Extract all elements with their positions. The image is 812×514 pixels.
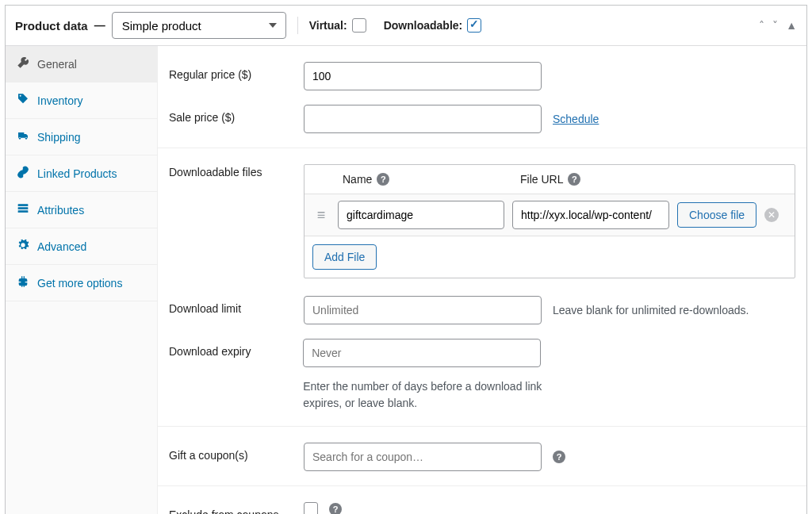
col-url-header: File URL ? bbox=[520, 173, 785, 186]
tab-get-more-options[interactable]: Get more options bbox=[6, 265, 157, 301]
exclude-coupons-row: Exclude from coupons ? bbox=[169, 502, 795, 514]
product-type-select[interactable]: Simple product bbox=[112, 12, 286, 39]
download-expiry-input[interactable] bbox=[303, 339, 541, 367]
schedule-link[interactable]: Schedule bbox=[553, 113, 599, 125]
svg-rect-0 bbox=[18, 205, 28, 206]
section-divider bbox=[158, 148, 806, 148]
file-url-input[interactable] bbox=[512, 201, 669, 229]
tab-label: General bbox=[37, 58, 77, 71]
download-limit-input[interactable] bbox=[304, 296, 542, 324]
download-expiry-label: Download expiry bbox=[169, 339, 303, 358]
delete-file-icon[interactable]: ✕ bbox=[764, 208, 779, 222]
tab-label: Attributes bbox=[37, 204, 84, 217]
gear-icon bbox=[17, 239, 29, 254]
tab-label: Get more options bbox=[37, 277, 122, 290]
move-up-icon[interactable]: ˄ bbox=[759, 19, 764, 32]
tab-label: Linked Products bbox=[37, 167, 117, 180]
tab-label: Shipping bbox=[37, 131, 81, 144]
download-expiry-hint: Enter the number of days before a downlo… bbox=[303, 378, 549, 412]
link-icon bbox=[17, 166, 29, 181]
downloadable-files-row: Downloadable files Name ? File URL ? bbox=[169, 164, 795, 278]
help-icon[interactable]: ? bbox=[568, 173, 580, 186]
tag-icon bbox=[17, 93, 29, 108]
tab-content: Regular price ($) Sale price ($) Schedul… bbox=[158, 46, 806, 514]
virtual-label: Virtual: bbox=[309, 19, 347, 32]
drag-handle-icon[interactable]: ≡ bbox=[312, 207, 330, 224]
download-expiry-row: Download expiry Enter the number of days… bbox=[169, 339, 795, 412]
add-file-button[interactable]: Add File bbox=[312, 244, 377, 270]
product-type-select-wrap: Simple product bbox=[112, 12, 286, 39]
table-header: Name ? File URL ? bbox=[304, 165, 795, 194]
regular-price-input[interactable] bbox=[304, 62, 542, 90]
title-dash: — bbox=[94, 19, 105, 32]
tab-label: Advanced bbox=[37, 240, 86, 253]
virtual-option: Virtual: bbox=[309, 18, 366, 33]
truck-icon bbox=[17, 129, 29, 144]
choose-file-button[interactable]: Choose file bbox=[677, 202, 756, 228]
section-divider bbox=[158, 485, 806, 486]
download-limit-hint: Leave blank for unlimited re-downloads. bbox=[553, 302, 749, 319]
tabs-sidebar: General Inventory Shipping Linked Produc… bbox=[6, 46, 158, 514]
downloadable-option: Downloadable: bbox=[384, 18, 482, 33]
wrench-icon bbox=[17, 56, 29, 71]
gift-coupon-input[interactable] bbox=[304, 443, 542, 471]
tab-label: Inventory bbox=[37, 94, 83, 107]
panel-header: Product data — Simple product Virtual: D… bbox=[6, 6, 806, 46]
downloadable-checkbox[interactable] bbox=[467, 18, 481, 33]
col-name-header: Name ? bbox=[343, 173, 509, 186]
downloadable-files-label: Downloadable files bbox=[169, 164, 304, 178]
panel-title: Product data bbox=[15, 19, 88, 33]
collapse-icon[interactable]: ▲ bbox=[786, 19, 797, 32]
regular-price-row: Regular price ($) bbox=[169, 62, 795, 90]
regular-price-label: Regular price ($) bbox=[169, 62, 304, 81]
downloadable-label: Downloadable: bbox=[384, 19, 463, 32]
download-limit-label: Download limit bbox=[169, 296, 304, 315]
gift-coupon-label: Gift a coupon(s) bbox=[169, 443, 304, 462]
move-down-icon[interactable]: ˅ bbox=[772, 19, 778, 32]
tab-shipping[interactable]: Shipping bbox=[6, 119, 157, 155]
help-icon[interactable]: ? bbox=[329, 503, 342, 514]
tab-attributes[interactable]: Attributes bbox=[6, 192, 157, 228]
sale-price-row: Sale price ($) Schedule bbox=[169, 105, 795, 133]
help-icon[interactable]: ? bbox=[377, 173, 389, 186]
svg-rect-2 bbox=[18, 211, 28, 213]
header-actions: ˄ ˅ ▲ bbox=[759, 19, 797, 32]
table-footer: Add File bbox=[304, 236, 795, 278]
downloadable-files-table: Name ? File URL ? ≡ Choose file ✕ bbox=[304, 164, 795, 278]
virtual-checkbox[interactable] bbox=[352, 18, 366, 33]
exclude-coupons-label: Exclude from coupons bbox=[169, 502, 304, 514]
download-limit-row: Download limit Leave blank for unlimited… bbox=[169, 296, 795, 324]
divider bbox=[297, 17, 298, 34]
sale-price-input[interactable] bbox=[304, 105, 542, 133]
exclude-coupons-checkbox[interactable] bbox=[304, 502, 318, 514]
plugin-icon bbox=[17, 275, 29, 290]
tab-advanced[interactable]: Advanced bbox=[6, 228, 157, 265]
file-row: ≡ Choose file ✕ bbox=[304, 194, 795, 236]
sale-price-label: Sale price ($) bbox=[169, 105, 304, 124]
file-name-input[interactable] bbox=[338, 201, 504, 229]
help-icon[interactable]: ? bbox=[553, 451, 565, 463]
tab-inventory[interactable]: Inventory bbox=[6, 82, 157, 119]
panel-body: General Inventory Shipping Linked Produc… bbox=[6, 46, 806, 514]
list-icon bbox=[17, 202, 29, 217]
tab-general[interactable]: General bbox=[6, 46, 157, 82]
product-data-panel: Product data — Simple product Virtual: D… bbox=[5, 5, 807, 514]
svg-rect-1 bbox=[18, 208, 28, 209]
tab-linked-products[interactable]: Linked Products bbox=[6, 155, 157, 192]
section-divider bbox=[158, 426, 806, 427]
gift-coupon-row: Gift a coupon(s) ? bbox=[169, 443, 795, 471]
